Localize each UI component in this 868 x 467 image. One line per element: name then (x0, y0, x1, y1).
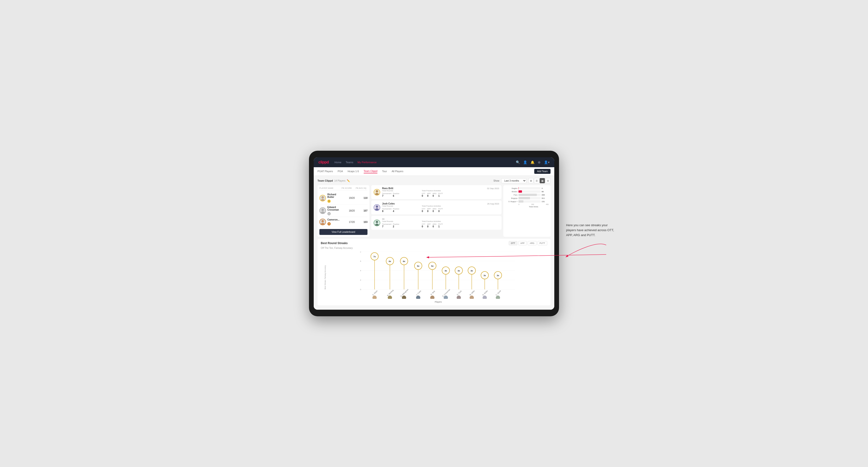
bar-track (519, 194, 540, 196)
dot-chart-svg: 0 2 4 6 8 7x E. Ebert (329, 252, 547, 299)
pb-score: 18/20 (341, 210, 355, 212)
svg-text:2: 2 (360, 279, 361, 281)
player-info: Edward Crossman 2 (319, 206, 340, 216)
annotation-text: Here you can see streaks your players ha… (566, 223, 616, 238)
bar-label: Birdies (505, 191, 518, 193)
subnav-pgat[interactable]: PGAT Players (317, 170, 333, 173)
total-rounds-section: Total Rounds Tournament 8 (382, 205, 420, 213)
table-row: Cameron... 3 17/20 103 (319, 217, 368, 227)
edit-icon[interactable]: ✏️ (347, 179, 350, 182)
table-row: Edward Crossman 2 18/20 107 (319, 205, 368, 217)
tournament-stat: Tournament 8 (382, 208, 392, 213)
nav-home[interactable]: Home (335, 161, 341, 164)
tablet-frame: clippd Home Teams My Performance 🔍 👤 🔔 ⊕… (309, 151, 559, 316)
svg-point-41 (416, 295, 420, 299)
arg-filter-button[interactable]: ARG (528, 241, 536, 245)
svg-text:4: 4 (360, 270, 361, 272)
grid-view-icon[interactable]: ⊞ (528, 178, 533, 183)
main-content: Team Clippd 14 Players ✏️ Show Last 3 mo… (314, 176, 554, 310)
period-select[interactable]: Last 3 months Last 6 months Last 12 mont… (501, 178, 526, 183)
lb-header: PLAYER NAME PB SCORE PB AVG SQ (319, 187, 368, 190)
table-view-icon[interactable]: ⊟ (545, 178, 551, 183)
svg-text:8: 8 (360, 252, 361, 253)
search-icon[interactable]: 🔍 (516, 160, 520, 164)
col-pb-avg: PB AVG SQ (356, 187, 368, 189)
app-stat: APP 0 (427, 223, 431, 228)
x-tick: 200 (531, 204, 534, 205)
bar-row: Bogeys 311 (505, 197, 549, 199)
rank-badge: 2 (328, 212, 331, 215)
player-card: Rees Britt 02 Sep 2023 Total Rounds (371, 185, 501, 199)
rank-badge: 1 (328, 199, 331, 203)
svg-text:J. Coles: J. Coles (415, 290, 422, 296)
subnav-pga[interactable]: PGA (338, 170, 343, 173)
x-tick: 0 (519, 204, 519, 205)
col-pb-score: PB SCORE (342, 187, 356, 189)
add-team-button[interactable]: Add Team (534, 169, 551, 174)
bar-track (519, 187, 540, 189)
bar-track (519, 200, 540, 203)
bar-label: D. Bogeys + (505, 201, 518, 203)
bar-value: 311 (541, 197, 549, 199)
avatar (319, 207, 326, 214)
total-rounds-section: Total Rounds Tournament 7 (382, 220, 420, 228)
subnav-all-players[interactable]: All Players (392, 170, 403, 173)
arg-stat: ARG 0 (433, 192, 436, 197)
profile-icon[interactable]: 👤 (523, 160, 527, 164)
svg-text:4x: 4x (470, 270, 473, 272)
team-header: Team Clippd 14 Players ✏️ Show Last 3 mo… (317, 178, 551, 183)
bar-row: D. Bogeys + 131 (505, 200, 549, 203)
putt-filter-button[interactable]: PUTT (537, 241, 548, 245)
app-filter-button[interactable]: APP (518, 241, 527, 245)
practice-activities-section: Total Practice Activities OTT 0 (422, 205, 460, 213)
subnav-tour[interactable]: Tour (382, 170, 387, 173)
player-info: Richard Butler 1 (319, 193, 340, 203)
player-name: Richard Butler (328, 193, 340, 198)
sub-nav: PGAT Players PGA Hcaps 1-5 Team Clippd T… (314, 167, 554, 176)
nav-teams[interactable]: Teams (346, 161, 353, 164)
practice-stat: Practice 2 (393, 223, 399, 228)
target-icon[interactable]: ⊕ (538, 160, 540, 164)
card-top-row: Josh Coles 26 Aug 2023 Total Rounds (374, 203, 499, 213)
player-name: Edward Crossman (328, 206, 340, 211)
pb-avg: 110 (356, 197, 368, 199)
bar-row: Pars 499 (505, 194, 549, 196)
bar-chart: Eagles 3 Birdies (505, 187, 549, 203)
ott-filter-button[interactable]: OTT (509, 241, 517, 245)
card-view-icon[interactable]: ▦ (540, 178, 545, 183)
subnav-team-clippd[interactable]: Team Clippd (364, 169, 377, 173)
nav-my-performance[interactable]: My Performance (358, 161, 377, 164)
dot-chart-container: Best Streak, Fairway Accuracy (321, 252, 547, 303)
subnav-hcaps[interactable]: Hcaps 1-5 (348, 170, 359, 173)
user-menu-icon[interactable]: 👤▾ (544, 160, 550, 164)
svg-point-7 (375, 193, 379, 195)
svg-text:C. Quick: C. Quick (495, 290, 501, 296)
nav-links: Home Teams My Performance (335, 161, 510, 164)
bar-value: 3 (541, 187, 549, 189)
bar-row: Eagles 3 (505, 187, 549, 189)
avatar (319, 195, 326, 201)
bar-value: 96 (541, 191, 549, 193)
view-full-leaderboard-button[interactable]: View Full Leaderboard (319, 229, 368, 235)
svg-text:3x: 3x (497, 274, 499, 277)
bell-icon[interactable]: 🔔 (530, 160, 534, 164)
pb-avg: 103 (356, 221, 368, 223)
card-date: 26 Aug 2023 (487, 203, 499, 205)
svg-point-1 (320, 199, 324, 201)
avatar (374, 204, 380, 211)
streaks-header: Best Round Streaks OTT APP ARG PUTT (321, 241, 547, 245)
svg-point-3 (320, 211, 324, 214)
x-axis-label: Players (329, 301, 547, 303)
player-name: Cameron... (328, 218, 340, 221)
card-stats-grid: Total Rounds Tournament 7 (382, 220, 499, 228)
practice-stat: Practice 4 (393, 208, 399, 213)
svg-point-26 (372, 295, 377, 299)
sub-nav-right: Add Team (534, 169, 551, 174)
nav-icons: 🔍 👤 🔔 ⊕ 👤▾ (516, 160, 550, 164)
chart-panel: Eagles 3 Birdies (503, 185, 551, 237)
rank-badge: 3 (328, 222, 331, 225)
streaks-section: Best Round Streaks OTT APP ARG PUTT Off … (317, 239, 551, 305)
list-view-icon[interactable]: ☰ (534, 178, 539, 183)
card-player-name: Josh Coles (382, 203, 395, 205)
svg-point-56 (457, 295, 461, 299)
